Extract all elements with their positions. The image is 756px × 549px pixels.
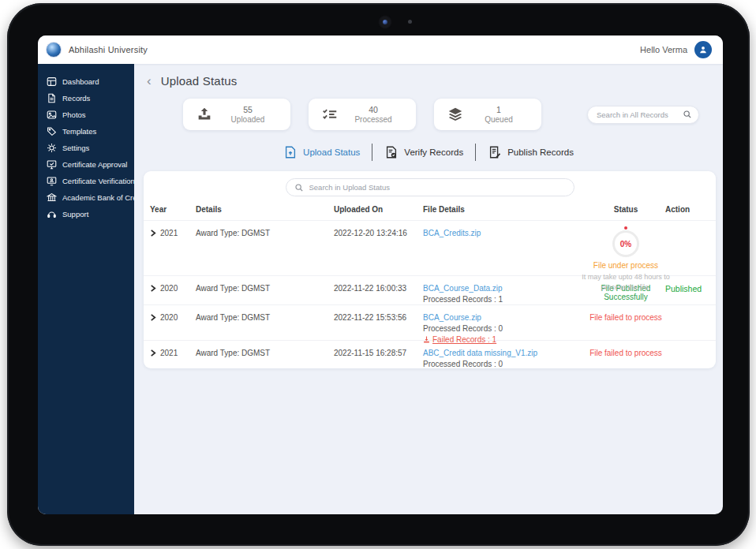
search-upload-status-input[interactable]: [309, 183, 566, 192]
row-uploaded-on: 2022-11-15 16:28:57: [334, 349, 423, 368]
tablet-mockup: Abhilashi University Hello Verma Dashboa…: [0, 0, 756, 549]
sidebar-item-label: Photos: [62, 110, 86, 119]
table-row: 2021 Award Type: DGMST 2022-11-15 16:28:…: [144, 341, 716, 368]
chevron-right-icon: [150, 230, 156, 237]
progress-ring: 0%: [612, 230, 639, 257]
sidebar-item-label: Certificate Approval: [62, 160, 127, 169]
stat-card-processed[interactable]: 40 Processed: [309, 99, 416, 130]
processed-records: Processed Records : 0: [423, 324, 586, 333]
sidebar-item-label: Templates: [62, 127, 96, 136]
search-icon: [294, 183, 304, 192]
progress-dot-icon: [624, 226, 627, 230]
chevron-right-icon: [150, 285, 156, 292]
stat-label: Processed: [339, 115, 408, 124]
tab-bar: Upload Status Verify Records Publish Rec…: [134, 144, 723, 161]
row-expand-toggle[interactable]: 2020: [150, 313, 196, 322]
row-expand-toggle[interactable]: 2021: [150, 229, 196, 237]
sidebar-item-dashboard[interactable]: Dashboard: [38, 73, 134, 90]
sidebar-item-support[interactable]: Support: [38, 206, 134, 222]
app-screen: Abhilashi University Hello Verma Dashboa…: [38, 35, 723, 514]
col-header-year: Year: [150, 205, 196, 220]
sidebar-item-label: Support: [62, 210, 88, 218]
row-expand-toggle[interactable]: 2021: [150, 349, 196, 357]
university-logo-icon: [46, 42, 62, 58]
sensor-dot-icon: [408, 20, 412, 24]
tag-icon: [47, 126, 57, 136]
tab-publish-records[interactable]: Publish Records: [488, 145, 574, 159]
headset-icon: [47, 209, 57, 219]
processed-records: Processed Records : 1: [423, 295, 586, 304]
back-icon[interactable]: ‹: [147, 74, 152, 88]
gear-icon: [47, 143, 57, 153]
sidebar-item-label: Dashboard: [62, 77, 99, 86]
progress-percent: 0%: [620, 240, 631, 248]
upload-icon: [196, 106, 213, 123]
file-link[interactable]: BCA_Course_Data.zip: [423, 284, 503, 293]
sidebar: Dashboard Records Photos Templates Setti…: [38, 64, 134, 514]
upload-status-card: Year Details Uploaded On File Details St…: [144, 171, 716, 368]
stat-card-uploaded[interactable]: 55 Uploaded: [183, 99, 290, 130]
row-details: Award Type: DGMST: [196, 313, 334, 340]
progress-indicator: 0% File under process It may take upto 4…: [586, 226, 665, 293]
stats-row: 55 Uploaded 40 Processed: [134, 99, 723, 130]
row-uploaded-on: 2022-11-22 16:00:33: [334, 284, 423, 304]
action-published: Published: [665, 284, 713, 304]
tab-upload-status[interactable]: Upload Status: [283, 145, 360, 159]
file-link[interactable]: ABC_Credit data missing_V1.zip: [423, 349, 537, 357]
sidebar-item-certificate-verification[interactable]: Certificate Verification: [38, 173, 134, 189]
col-header-status: Status: [586, 205, 665, 220]
person-icon: [698, 45, 708, 54]
row-year: 2020: [160, 313, 178, 322]
row-year: 2020: [160, 284, 178, 293]
sidebar-item-label: Certificate Verification: [62, 177, 135, 185]
file-link[interactable]: BCA_Credits.zip: [423, 229, 481, 237]
stat-value: 1: [464, 105, 533, 114]
sidebar-item-photos[interactable]: Photos: [38, 106, 134, 123]
col-header-file-details: File Details: [423, 205, 586, 220]
brand-name: Abhilashi University: [69, 45, 148, 54]
page-title: Upload Status: [161, 74, 238, 88]
checklist-icon: [321, 106, 339, 123]
stat-label: Queued: [464, 115, 533, 124]
file-link[interactable]: BCA_Course.zip: [423, 313, 481, 322]
tab-separator: [372, 144, 372, 161]
col-header-uploaded-on: Uploaded On: [334, 205, 423, 220]
stat-card-queued[interactable]: 1 Queued: [434, 99, 541, 130]
certificate-verification-icon: [47, 176, 57, 186]
status-label: File failed to process: [586, 349, 665, 368]
search-all-records-input[interactable]: [597, 110, 683, 119]
row-details: Award Type: DGMST: [196, 229, 334, 275]
document-icon: [47, 93, 57, 103]
upload-table: Year Details Uploaded On File Details St…: [144, 205, 716, 368]
publish-records-icon: [488, 145, 502, 159]
stat-value: 55: [213, 105, 283, 114]
row-uploaded-on: 2022-11-22 15:53:56: [334, 313, 423, 340]
status-note: It may take upto 48 hours to process the…: [579, 272, 672, 293]
tab-verify-records[interactable]: Verify Records: [384, 145, 463, 159]
sidebar-item-templates[interactable]: Templates: [38, 123, 134, 140]
main-content: ‹ Upload Status 55 Uploaded: [134, 64, 723, 514]
certificate-approval-icon: [47, 159, 57, 170]
search-all-records: [587, 106, 699, 124]
sidebar-item-settings[interactable]: Settings: [38, 140, 134, 156]
failed-records-link[interactable]: Failed Records : 1: [423, 335, 586, 344]
upload-status-icon: [283, 145, 298, 159]
user-avatar[interactable]: [694, 41, 712, 58]
chevron-right-icon: [150, 349, 156, 357]
stat-label: Uploaded: [213, 115, 283, 124]
table-row: 2021 Award Type: DGMST 2022-12-20 13:24:…: [144, 221, 716, 276]
row-details: Award Type: DGMST: [196, 284, 334, 304]
chevron-right-icon: [150, 314, 156, 321]
app-header: Abhilashi University Hello Verma: [38, 35, 723, 64]
sidebar-item-records[interactable]: Records: [38, 90, 134, 106]
sidebar-item-academic-bank-of-credits[interactable]: Academic Bank of Credits: [38, 189, 134, 206]
camera-icon: [378, 15, 392, 29]
status-label: File failed to process: [586, 313, 665, 340]
table-header-row: Year Details Uploaded On File Details St…: [144, 205, 716, 221]
table-row: 2020 Award Type: DGMST 2022-11-22 15:53:…: [144, 305, 716, 341]
sidebar-item-certificate-approval[interactable]: Certificate Approval: [38, 156, 134, 173]
verify-records-icon: [384, 145, 399, 159]
row-expand-toggle[interactable]: 2020: [150, 284, 196, 293]
user-greeting: Hello Verma: [640, 45, 687, 54]
bank-icon: [47, 192, 57, 203]
